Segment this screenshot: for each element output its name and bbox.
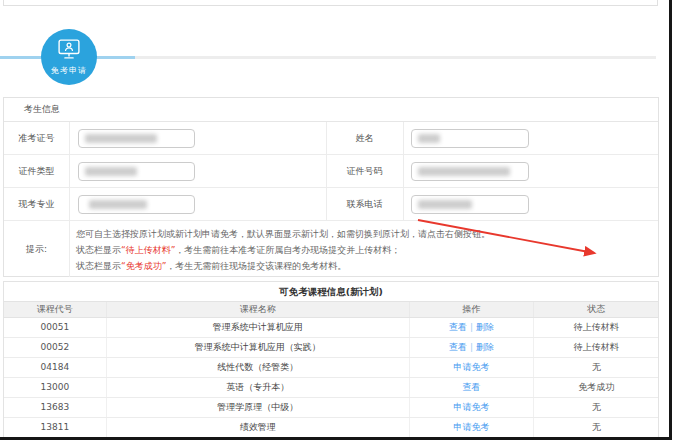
label-contact-phone: 联系电话 <box>326 188 403 221</box>
operation-cell: 查看 <box>410 378 535 397</box>
table-row: 13683管理学原理（中级）申请免考无 <box>4 398 658 418</box>
candidate-info-panel: 考生信息 准考证号 姓名 证件类型 证件号码 现考专业 联系电话 提示: 您可自… <box>3 97 659 277</box>
operation-link[interactable]: 删除 <box>476 322 494 332</box>
header-course-name: 课程名称 <box>107 302 410 317</box>
course-name-cell: 管理系统中计算机应用（实践） <box>107 338 410 357</box>
form-row: 准考证号 姓名 <box>4 122 658 155</box>
monitor-user-icon <box>58 39 80 61</box>
masked-value <box>85 167 137 176</box>
status-cell: 无 <box>534 401 658 414</box>
status-cell: 无 <box>534 421 658 434</box>
stepper-progress-line-inactive <box>135 56 656 59</box>
course-name-cell: 线性代数（经管类） <box>107 358 410 377</box>
table-row: 00051管理系统中计算机应用查看|删除待上传材料 <box>4 318 658 338</box>
masked-value <box>85 134 157 143</box>
exam-ticket-number-input[interactable] <box>78 129 195 148</box>
current-major-input[interactable] <box>78 195 195 214</box>
operation-link[interactable]: 申请免考 <box>454 402 490 412</box>
hint-row: 提示: 您可自主选择按原计划或新计划申请免考，默认界面显示新计划，如需切换到原计… <box>4 221 658 278</box>
operation-link[interactable]: 删除 <box>476 342 494 352</box>
header-operation: 操作 <box>410 302 535 317</box>
form-row: 证件类型 证件号码 <box>4 155 658 188</box>
masked-value <box>418 200 472 209</box>
operation-link[interactable]: 查看 <box>449 342 467 352</box>
label-exam-ticket-number: 准考证号 <box>4 122 69 155</box>
form-row: 现考专业 联系电话 <box>4 188 658 221</box>
table-row: 04184线性代数（经管类）申请免考无 <box>4 358 658 378</box>
course-code-cell: 00052 <box>4 338 107 357</box>
table-body: 00051管理系统中计算机应用查看|删除待上传材料00052管理系统中计算机应用… <box>4 318 658 437</box>
exemption-application-page: 免考申请 考生信息 准考证号 姓名 证件类型 证件号码 现考专业 联系电话 提示… <box>0 0 676 441</box>
window-right-edge <box>669 0 672 440</box>
status-pending-upload-highlight: “待上传材料” <box>121 245 175 255</box>
status-success-highlight: “免考成功” <box>121 261 166 271</box>
header-status: 状态 <box>534 303 658 316</box>
operation-separator: | <box>470 322 473 332</box>
status-cell: 待上传材料 <box>534 341 658 354</box>
previous-panel-bottom-edge <box>3 0 658 6</box>
hint-line-1: 您可自主选择按原计划或新计划申请免考，默认界面显示新计划，如需切换到原计划，请点… <box>76 226 516 242</box>
header-course-code: 课程代号 <box>4 302 107 317</box>
operation-link[interactable]: 申请免考 <box>454 362 490 372</box>
hint-line-3: 状态栏显示“免考成功”，考生无需前往现场提交该课程的免考材料。 <box>76 258 516 274</box>
hint-label: 提示: <box>4 221 69 278</box>
course-code-cell: 00051 <box>4 318 107 337</box>
operation-cell: 申请免考 <box>410 418 535 437</box>
table-title: 可免考课程信息(新计划) <box>4 282 658 301</box>
operation-link[interactable]: 申请免考 <box>454 422 490 432</box>
label-id-type: 证件类型 <box>4 155 69 188</box>
course-code-cell: 13811 <box>4 418 107 437</box>
masked-value <box>418 134 440 143</box>
operation-cell: 申请免考 <box>410 358 535 377</box>
hint-text: 您可自主选择按原计划或新计划申请免考，默认界面显示新计划，如需切换到原计划，请点… <box>76 226 516 274</box>
course-name-cell: 管理系统中计算机应用 <box>107 318 410 337</box>
course-code-cell: 04184 <box>4 358 107 377</box>
table-header-row: 课程代号 课程名称 操作 状态 <box>4 301 658 318</box>
name-input[interactable] <box>411 129 529 148</box>
masked-value <box>418 167 510 176</box>
window-bottom-edge <box>0 437 672 440</box>
contact-phone-input[interactable] <box>411 195 529 214</box>
table-row: 13811绩效管理申请免考无 <box>4 418 658 437</box>
step-label: 免考申请 <box>41 65 97 76</box>
course-name-cell: 管理学原理（中级） <box>107 398 410 417</box>
operation-separator: | <box>470 342 473 352</box>
operation-link[interactable]: 查看 <box>463 382 481 392</box>
course-name-cell: 英语（专升本） <box>107 378 410 397</box>
exempt-courses-table: 可免考课程信息(新计划) 课程代号 课程名称 操作 状态 00051管理系统中计… <box>3 281 659 438</box>
operation-cell: 申请免考 <box>410 398 535 417</box>
course-name-cell: 绩效管理 <box>107 418 410 437</box>
step-exemption-application[interactable]: 免考申请 <box>41 29 97 85</box>
id-number-input[interactable] <box>411 162 529 181</box>
masked-value <box>89 200 147 209</box>
label-name: 姓名 <box>326 122 403 155</box>
status-cell: 无 <box>534 361 658 374</box>
operation-link[interactable]: 查看 <box>449 322 467 332</box>
id-type-input[interactable] <box>78 162 195 181</box>
operation-cell: 查看|删除 <box>410 318 535 337</box>
label-id-number: 证件号码 <box>326 155 403 188</box>
status-cell: 待上传材料 <box>534 321 658 334</box>
course-code-cell: 13683 <box>4 398 107 417</box>
operation-cell: 查看|删除 <box>410 338 535 357</box>
label-current-major: 现考专业 <box>4 188 69 221</box>
table-row: 13000英语（专升本）查看免考成功 <box>4 378 658 398</box>
table-row: 00052管理系统中计算机应用（实践）查看|删除待上传材料 <box>4 338 658 358</box>
candidate-info-section-title: 考生信息 <box>4 98 658 122</box>
course-code-cell: 13000 <box>4 378 107 397</box>
status-cell: 免考成功 <box>534 381 658 394</box>
hint-line-2: 状态栏显示“待上传材料”，考生需前往本准考证所属自考办现场提交并上传材料； <box>76 242 516 258</box>
